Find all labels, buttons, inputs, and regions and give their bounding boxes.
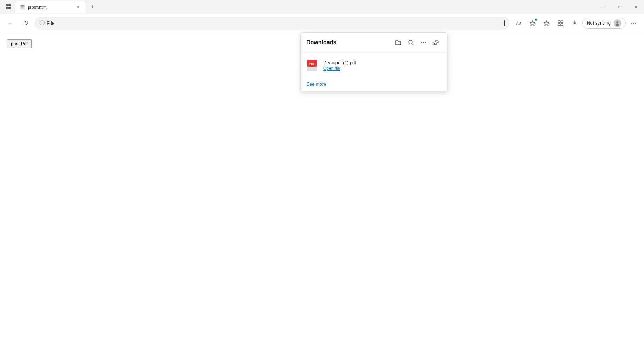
tab-close-button[interactable]: × (74, 4, 81, 11)
download-item: PDF Demopdf (1).pdf Open file (301, 55, 447, 75)
downloads-more-button[interactable] (418, 37, 429, 48)
browser-window: jspdf.html × + — □ × ← ↻ ⓘ File (0, 0, 644, 352)
svg-rect-5 (21, 5, 24, 6)
download-info: Demopdf (1).pdf Open file (323, 60, 442, 71)
tab-favicon-icon (20, 4, 25, 10)
download-filename: Demopdf (1).pdf (323, 60, 442, 65)
notification-badge (535, 18, 537, 21)
profile-avatar (614, 19, 621, 27)
svg-rect-14 (558, 24, 560, 26)
open-downloads-folder-button[interactable] (393, 37, 404, 48)
print-pdf-button[interactable]: print Pdf (7, 39, 32, 48)
svg-text:A: A (516, 21, 519, 26)
address-bar[interactable]: ⓘ File (35, 17, 509, 29)
svg-rect-6 (21, 6, 24, 7)
svg-rect-15 (561, 24, 563, 26)
address-cursor (504, 20, 505, 26)
security-info-icon: ⓘ (40, 20, 45, 26)
favorites-notification-button[interactable] (526, 17, 539, 29)
toolbar-right: A A (512, 17, 640, 29)
svg-point-22 (425, 42, 426, 43)
minimize-button[interactable]: — (596, 0, 612, 14)
svg-rect-3 (8, 7, 11, 9)
page-content: print Pdf Downloads (0, 32, 644, 352)
title-bar: jspdf.html × + — □ × (0, 0, 644, 14)
toolbar: ← ↻ ⓘ File A A (0, 14, 644, 32)
downloads-header: Downloads (301, 33, 447, 53)
open-file-link[interactable]: Open file (323, 66, 442, 71)
downloads-panel: Downloads (300, 32, 448, 92)
svg-rect-7 (21, 7, 23, 8)
tab-grid-icon[interactable] (3, 1, 14, 13)
collections-button[interactable] (554, 17, 567, 29)
svg-point-21 (423, 42, 424, 43)
pdf-file-icon: PDF (306, 59, 319, 72)
svg-text:A: A (518, 22, 521, 26)
svg-rect-0 (6, 4, 8, 6)
search-downloads-button[interactable] (405, 37, 416, 48)
svg-marker-11 (544, 21, 549, 26)
not-syncing-button[interactable]: Not syncing (582, 18, 626, 29)
close-button[interactable]: × (628, 0, 644, 14)
downloads-list: PDF Demopdf (1).pdf Open file (301, 53, 447, 78)
window-controls: — □ × (596, 0, 644, 14)
svg-point-20 (421, 42, 422, 43)
maximize-button[interactable]: □ (612, 0, 628, 14)
more-options-button[interactable]: ··· (627, 17, 640, 29)
not-syncing-label: Not syncing (587, 20, 611, 26)
back-button[interactable]: ← (4, 17, 17, 29)
downloads-toolbar (393, 37, 442, 48)
svg-text:PDF: PDF (309, 62, 315, 65)
downloads-footer: See more (301, 78, 447, 91)
svg-rect-13 (561, 21, 563, 23)
pin-downloads-button[interactable] (431, 37, 442, 48)
svg-point-16 (616, 21, 618, 24)
favorites-button[interactable] (540, 17, 553, 29)
address-text: File (47, 20, 502, 26)
svg-rect-1 (8, 4, 11, 6)
downloads-button[interactable] (568, 17, 581, 29)
svg-rect-12 (558, 21, 560, 23)
svg-line-19 (412, 44, 413, 45)
see-more-link[interactable]: See more (306, 81, 326, 87)
new-tab-button[interactable]: + (87, 1, 98, 13)
downloads-title: Downloads (306, 39, 393, 46)
read-aloud-button[interactable]: A A (512, 17, 525, 29)
refresh-button[interactable]: ↻ (20, 17, 32, 29)
svg-marker-10 (530, 21, 535, 26)
svg-rect-2 (6, 7, 8, 9)
active-tab[interactable]: jspdf.html × (15, 1, 86, 13)
tab-title: jspdf.html (28, 5, 72, 10)
svg-point-17 (616, 24, 619, 26)
